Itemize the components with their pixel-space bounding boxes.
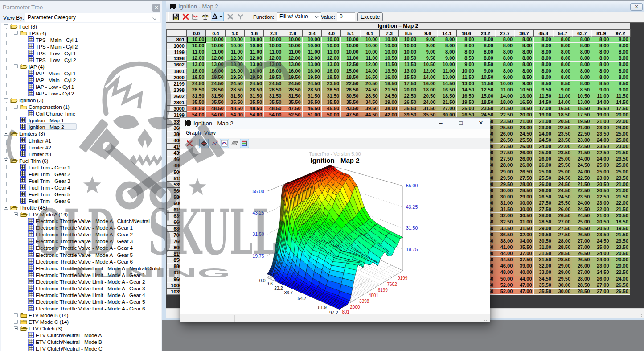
map-cell[interactable]: 21.50 (611, 150, 630, 156)
map-cell[interactable]: 26.50 (572, 257, 591, 263)
map-cell[interactable]: 25.00 (591, 169, 611, 175)
map-cell[interactable]: 37.50 (514, 257, 533, 263)
map-cell[interactable]: 14.50 (437, 81, 456, 87)
map-cell[interactable]: 32.00 (534, 263, 553, 269)
map-cell[interactable]: 20.00 (611, 257, 630, 263)
map-cell[interactable]: 10.00 (206, 43, 225, 49)
map-cell[interactable]: 8.00 (476, 43, 495, 49)
map-cell[interactable]: 21.00 (611, 188, 630, 194)
map-cell[interactable]: 22.50 (553, 125, 572, 131)
map-cell[interactable]: 10.00 (399, 37, 418, 43)
map-cell[interactable]: 24.50 (572, 162, 591, 169)
map-cell[interactable]: 24.00 (572, 169, 591, 175)
map-cell[interactable]: 19.50 (457, 99, 476, 106)
map-cell[interactable]: 25.00 (611, 162, 630, 169)
map-cell[interactable]: 25.00 (534, 150, 553, 156)
map-cell[interactable]: 8.00 (476, 49, 495, 55)
map-cell[interactable]: 46.50 (303, 106, 322, 112)
map-cell[interactable]: 10.00 (457, 68, 476, 74)
map-cell[interactable]: 25.00 (591, 244, 611, 251)
map-cell[interactable]: 10.50 (380, 55, 399, 62)
map-cell[interactable]: 48.50 (264, 106, 283, 112)
map-cell[interactable]: 26.00 (495, 131, 514, 137)
map-cell[interactable]: 20.50 (360, 81, 379, 87)
map-cell[interactable]: 14.00 (553, 99, 572, 106)
map-cell[interactable]: 24.50 (514, 131, 533, 137)
map-cell[interactable]: 16.50 (591, 106, 611, 112)
map-cell[interactable]: 44.50 (495, 257, 514, 263)
map-cell[interactable]: 23.00 (591, 175, 611, 182)
map-cell[interactable]: 24.50 (553, 182, 572, 188)
map-cell[interactable]: 8.00 (437, 43, 456, 49)
menu-graph[interactable]: Graph (186, 130, 201, 136)
map-cell[interactable]: 8.50 (553, 81, 572, 87)
map-cell[interactable]: 22.50 (399, 93, 418, 99)
row-header[interactable]: 2602 (167, 93, 187, 99)
column-header[interactable]: 0.0 (187, 30, 206, 37)
map-cell[interactable]: 28.00 (534, 213, 553, 219)
map-cell[interactable]: 34.00 (514, 238, 533, 244)
tree-item-limiters-3[interactable]: Limiters (3) (1, 130, 161, 137)
graph-icon[interactable] (192, 13, 198, 20)
map-cell[interactable]: 8.00 (553, 68, 572, 74)
map-cell[interactable]: 32.00 (514, 232, 533, 238)
map-cell[interactable]: 9.00 (553, 87, 572, 93)
map-cell[interactable]: 24.50 (264, 81, 283, 87)
collapse-icon[interactable] (4, 132, 8, 136)
map-cell[interactable]: 29.00 (553, 269, 572, 276)
column-header[interactable]: 4.0 (322, 30, 341, 37)
map-cell[interactable]: 23.50 (553, 150, 572, 156)
map-cell[interactable]: 20.50 (418, 93, 437, 99)
map-cell[interactable]: 27.50 (534, 206, 553, 213)
map-cell[interactable]: 21.00 (611, 182, 630, 188)
map-cell[interactable]: 28.50 (226, 87, 245, 93)
map-cell[interactable]: 8.00 (495, 49, 514, 55)
map-cell[interactable]: 29.50 (553, 276, 572, 282)
map-cell[interactable]: 8.50 (534, 81, 553, 87)
map-cell[interactable]: 27.00 (572, 269, 591, 276)
map-cell[interactable]: 19.50 (611, 226, 630, 232)
map-cell[interactable]: 23.50 (572, 194, 591, 200)
map-cell[interactable]: 18.50 (611, 219, 630, 225)
map-cell[interactable]: 31.50 (283, 93, 302, 99)
map-cell[interactable]: 23.00 (514, 125, 533, 131)
tree-item-etv-mode-c-14[interactable]: ETV Mode C (14) (1, 318, 161, 325)
map-cell[interactable]: 14.50 (611, 99, 630, 106)
map-cell[interactable]: 24.00 (534, 144, 553, 150)
map-cell[interactable]: 8.00 (611, 55, 630, 62)
collapse-icon[interactable] (14, 105, 18, 109)
map-cell[interactable]: 25.50 (514, 137, 533, 144)
map-cell[interactable]: 24.50 (534, 137, 553, 144)
map-cell[interactable]: 28.50 (283, 87, 302, 93)
map-cell[interactable]: 19.00 (534, 112, 553, 118)
map-cell[interactable]: 29.50 (534, 232, 553, 238)
map-cell[interactable]: 25.00 (611, 137, 630, 144)
map-cell[interactable]: 8.00 (611, 43, 630, 49)
map-cell[interactable]: 12.00 (226, 55, 245, 62)
map-cell[interactable]: 8.50 (572, 87, 591, 93)
map-cell[interactable]: 20.50 (553, 119, 572, 125)
map-cell[interactable]: 8.00 (591, 49, 611, 55)
map-cell[interactable]: 16.00 (303, 68, 322, 74)
map-cell[interactable]: 21.50 (611, 206, 630, 213)
map-cell[interactable]: 18.50 (341, 74, 360, 81)
tree-item-tps-main-cyl-2[interactable]: TPS - Main - Cyl 2 (1, 43, 161, 50)
tree-item-iap-4[interactable]: IAP (4) (1, 63, 161, 70)
map-cell[interactable]: 31.50 (514, 226, 533, 232)
tree-item-iap-main-cyl-2[interactable]: IAP - Main - Cyl 2 (1, 76, 161, 83)
map-cell[interactable]: 26.00 (514, 150, 533, 156)
map-cell[interactable]: 24.00 (611, 276, 630, 282)
map-cell[interactable]: 11.00 (264, 49, 283, 55)
map-cell[interactable]: 8.00 (534, 62, 553, 68)
map-cell[interactable]: 35.50 (187, 99, 206, 106)
map-cell[interactable]: 8.00 (534, 43, 553, 49)
map-cell[interactable]: 21.00 (591, 213, 611, 219)
tree-item-limiter-2[interactable]: Limiter #2 (1, 144, 161, 150)
map-cell[interactable]: 20.00 (514, 112, 533, 118)
map-cell[interactable]: 8.00 (611, 37, 630, 43)
map-cell[interactable]: 9.00 (457, 62, 476, 68)
column-header[interactable]: 45.8 (534, 30, 553, 37)
map-cell[interactable]: 8.00 (572, 74, 591, 81)
map-cell[interactable]: 12.00 (264, 55, 283, 62)
map-cell[interactable]: 20.50 (591, 182, 611, 188)
